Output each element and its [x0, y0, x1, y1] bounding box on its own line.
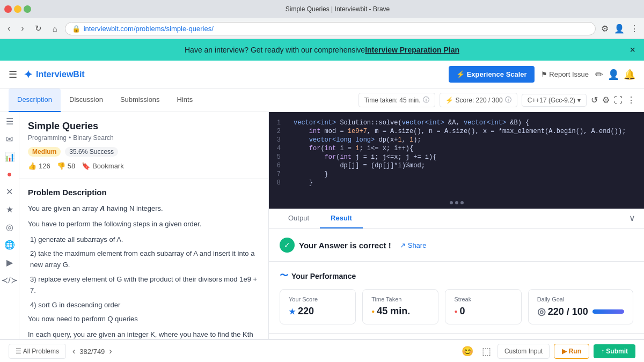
tab-discussion[interactable]: Discussion	[61, 88, 112, 112]
like-count: 126	[39, 162, 50, 170]
minimize-button[interactable]	[14, 5, 21, 13]
target-icon[interactable]: ◎	[6, 222, 13, 232]
dislike-button[interactable]: 👎 58	[57, 162, 75, 170]
line-number-3: 3	[269, 136, 285, 144]
refresh-button[interactable]: ↻	[32, 23, 45, 34]
streak-icon: ●	[454, 308, 457, 314]
circle-icon[interactable]: ●	[7, 169, 12, 179]
info-icon: ⓘ	[423, 95, 429, 105]
forward-button[interactable]: ›	[18, 23, 27, 34]
notification-icon[interactable]: 🔔	[624, 69, 635, 80]
prev-problem-button[interactable]: ‹	[70, 344, 77, 358]
streak-value: ● 0	[454, 306, 512, 317]
next-problem-button[interactable]: ›	[107, 344, 114, 358]
clock-icon: ●	[371, 308, 375, 314]
streak-label: Streak	[454, 296, 512, 302]
profile-icon[interactable]: 👤	[613, 23, 626, 35]
tag-programming: Programming	[28, 134, 67, 142]
code-icon[interactable]: ≺/≻	[1, 275, 17, 285]
envelope-icon[interactable]: ✉	[6, 134, 13, 144]
submit-button[interactable]: ↑ Submit	[594, 344, 635, 358]
problem-interactions: 👍 126 👎 58 🔖 Bookmark	[28, 162, 260, 170]
star-icon[interactable]: ★	[6, 204, 13, 215]
problem-body: Problem Description You are given an arr…	[19, 179, 268, 339]
collapse-results-icon[interactable]: ∨	[629, 213, 635, 223]
dot-3	[460, 201, 464, 204]
answer-correct-section: ✓ Your Answer is correct ! ↗ Share	[269, 229, 644, 262]
browser-titlebar: Simple Queries | Interviewbit - Brave	[0, 0, 644, 18]
lang-text: C++17 (Gcc-9.2)	[528, 97, 575, 104]
custom-input-button[interactable]: Custom Input	[497, 344, 550, 359]
smiley-icon[interactable]: 😊	[459, 343, 475, 359]
tab-discussion-label: Discussion	[69, 95, 103, 104]
language-selector[interactable]: C++17 (Gcc-9.2) ▾	[522, 94, 587, 107]
app-container: Have an interview? Get ready with our co…	[0, 39, 644, 362]
main-content-area: ☰ ✉ 📊 ● ✕ ★ ◎ 🌐 ▶ ≺/≻ Simple Queries Pro…	[0, 112, 644, 339]
bookmark-button[interactable]: 🔖 Bookmark	[82, 162, 124, 170]
url-text: interviewbit.com/problems/simple-queries…	[84, 25, 214, 33]
tab-hints[interactable]: Hints	[169, 88, 202, 112]
code-line-6: 6 dp[j] = (dp[j]*i)%mod;	[269, 161, 644, 170]
undo-icon[interactable]: ↺	[591, 95, 598, 105]
time-card: Time Taken ● 45 min.	[362, 289, 438, 324]
play-icon[interactable]: ▶	[6, 257, 13, 268]
problem-paragraph-query-desc: In each query, you are given an integer …	[28, 329, 260, 339]
time-taken-badge: Time taken: 45 min. ⓘ	[358, 93, 435, 107]
code-editor[interactable]: 1 vector<int> Solution::solve(vector<int…	[269, 112, 644, 209]
all-problems-button[interactable]: ☰ All Problems	[9, 344, 66, 359]
score-info-icon: ⓘ	[505, 95, 511, 105]
problem-step-1: 1) generate all subarrays of A.	[28, 234, 260, 246]
result-tab-label: Result	[331, 214, 352, 222]
problem-sub-navbar: Description Discussion Submissions Hints…	[0, 88, 644, 112]
score-badge: ⚡ Score: 220 / 300 ⓘ	[440, 93, 517, 107]
user-profile-icon[interactable]: 👤	[608, 69, 619, 80]
logo-icon: ✦	[24, 68, 33, 81]
address-bar[interactable]: 🔒 interviewbit.com/problems/simple-queri…	[65, 22, 596, 35]
problem-navigation: ‹ 382/749 ›	[70, 344, 114, 358]
close-button[interactable]	[4, 5, 12, 13]
tab-description[interactable]: Description	[9, 88, 61, 112]
home-button[interactable]: ⌂	[49, 23, 61, 34]
x-icon[interactable]: ✕	[6, 187, 13, 197]
goal-number: ◎ 220 / 100	[537, 306, 588, 317]
banner-text: Have an interview? Get ready with our co…	[185, 46, 365, 54]
more-options-icon[interactable]: ⋮	[627, 95, 635, 105]
tab-result[interactable]: Result	[320, 209, 363, 228]
run-button[interactable]: ▶ Run	[554, 344, 589, 359]
results-area: Output Result ∨ ✓ Your Answer is correct…	[269, 209, 644, 339]
chart-icon[interactable]: 📊	[4, 152, 15, 162]
dislike-count: 58	[68, 162, 75, 170]
fullscreen-icon[interactable]: ⛶	[614, 95, 623, 105]
problem-paragraph-2: You have to perform the following steps …	[28, 219, 260, 230]
score-label: Your Score	[289, 296, 347, 302]
globe-icon[interactable]: 🌐	[4, 240, 15, 250]
tab-submissions[interactable]: Submissions	[112, 88, 169, 112]
banner-close-button[interactable]: ×	[630, 45, 635, 56]
menu-lines-icon[interactable]: ☰	[6, 116, 13, 127]
edit-icon[interactable]: ✏	[595, 69, 603, 80]
share-button[interactable]: ↗ Share	[400, 241, 427, 249]
banner-link[interactable]: Interview Preparation Plan	[365, 46, 459, 54]
problem-count: 382/749	[79, 348, 105, 356]
terminal-icon[interactable]: ⬚	[480, 343, 493, 359]
like-button[interactable]: 👍 126	[28, 162, 50, 170]
report-issue-button[interactable]: ⚑ Report Issue	[541, 70, 589, 78]
settings-icon[interactable]: ⚙	[602, 95, 610, 105]
results-tabs: Output Result ∨	[269, 209, 644, 229]
score-star-icon: ★	[289, 307, 296, 316]
tab-description-label: Description	[17, 95, 52, 104]
maximize-button[interactable]	[24, 5, 31, 13]
experience-scaler-button[interactable]: ⚡ Experience Scaler	[449, 66, 535, 83]
back-button[interactable]: ‹	[4, 23, 13, 34]
streak-card: Streak ● 0	[445, 289, 521, 324]
unlocked-section: 🔓 You Have Unlocked 💬 Solutions Thread i…	[269, 334, 644, 339]
tag-separator: •	[69, 134, 71, 142]
code-line-1: 1 vector<int> Solution::solve(vector<int…	[269, 119, 644, 127]
extensions-icon[interactable]: ⚙	[600, 23, 610, 35]
menu-icon[interactable]: ⋮	[629, 23, 640, 35]
performance-cards: Your Score ★ 220 Time Taken ● 4	[280, 289, 633, 324]
tab-output[interactable]: Output	[277, 209, 320, 228]
hamburger-icon[interactable]: ☰	[9, 69, 17, 80]
thumbs-down-icon: 👎	[57, 162, 65, 170]
tab-hints-label: Hints	[177, 95, 193, 104]
